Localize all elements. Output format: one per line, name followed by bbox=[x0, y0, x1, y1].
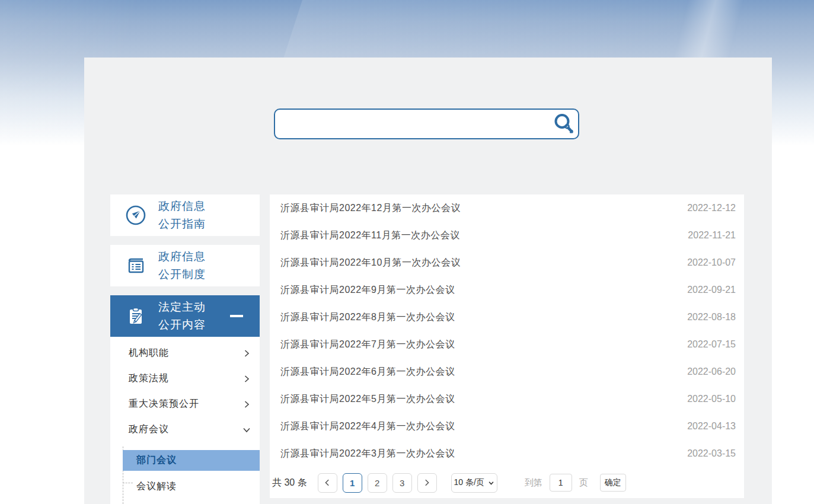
search-icon bbox=[552, 112, 576, 136]
list-item-title[interactable]: 沂源县审计局2022年12月第一次办公会议 bbox=[280, 202, 461, 215]
goto-page-input[interactable] bbox=[550, 474, 572, 492]
sidebar-item-label: 法定主动 公开内容 bbox=[158, 298, 206, 334]
chevron-right-icon bbox=[242, 400, 251, 409]
list-item: 沂源县审计局2022年5月第一次办公会议 2022-05-10 bbox=[270, 385, 744, 413]
compass-icon bbox=[125, 204, 147, 227]
list-item-title[interactable]: 沂源县审计局2022年10月第一次办公会议 bbox=[280, 257, 461, 269]
list-item-date: 2022-07-15 bbox=[687, 339, 736, 350]
sidebar-item-label: 政府信息 公开指南 bbox=[158, 197, 206, 233]
search-box bbox=[274, 109, 579, 139]
chevron-right-icon bbox=[242, 374, 251, 384]
list-item-title[interactable]: 沂源县审计局2022年11月第一次办公会议 bbox=[280, 229, 460, 242]
list-item-title[interactable]: 沂源县审计局2022年3月第一次办公会议 bbox=[280, 448, 455, 460]
list-item: 沂源县审计局2022年12月第一次办公会议 2022-12-12 bbox=[270, 194, 744, 222]
collapse-minus-icon[interactable] bbox=[230, 315, 243, 317]
chevron-right-icon bbox=[423, 479, 431, 487]
chevron-left-icon bbox=[323, 479, 331, 487]
list-item: 沂源县审计局2022年4月第一次办公会议 2022-04-13 bbox=[270, 413, 744, 440]
sidebar-item-label: 政府信息 公开制度 bbox=[158, 248, 206, 283]
submenu-item-major-decisions[interactable]: 重大决策预公开 bbox=[110, 391, 260, 417]
sidebar: 政府信息 公开指南 政府信息 公开制度 bbox=[110, 194, 260, 504]
submenu-child-department-meetings[interactable]: 部门会议 bbox=[123, 450, 260, 471]
search-button[interactable] bbox=[550, 110, 578, 138]
pagination-bar: 共 30 条 1 2 3 10 条/页 到第 bbox=[270, 467, 744, 498]
news-list: 沂源县审计局2022年12月第一次办公会议 2022-12-12 沂源县审计局2… bbox=[270, 194, 744, 467]
sidebar-item-gov-info-guide[interactable]: 政府信息 公开指南 bbox=[110, 194, 260, 236]
list-item-title[interactable]: 沂源县审计局2022年9月第一次办公会议 bbox=[280, 284, 455, 296]
sidebar-item-statutory-disclosure[interactable]: 法定主动 公开内容 bbox=[110, 295, 260, 337]
content-area: 政府信息 公开指南 政府信息 公开制度 bbox=[84, 58, 772, 504]
list-item: 沂源县审计局2022年11月第一次办公会议 2022-11-21 bbox=[270, 222, 744, 249]
list-panel: 沂源县审计局2022年12月第一次办公会议 2022-12-12 沂源县审计局2… bbox=[270, 194, 744, 498]
list-item-date: 2022-06-20 bbox=[687, 366, 736, 377]
submenu-item-org-functions[interactable]: 机构职能 bbox=[110, 340, 260, 366]
list-item-date: 2022-05-10 bbox=[687, 394, 736, 404]
list-item: 沂源县审计局2022年7月第一次办公会议 2022-07-15 bbox=[270, 331, 744, 358]
confirm-button[interactable]: 确定 bbox=[600, 474, 626, 492]
list-item: 沂源县审计局2022年3月第一次办公会议 2022-03-15 bbox=[270, 440, 744, 467]
page-size-select[interactable]: 10 条/页 bbox=[451, 473, 497, 493]
chevron-right-icon bbox=[242, 349, 251, 358]
list-item-date: 2022-09-21 bbox=[687, 285, 736, 295]
list-item-date: 2022-11-21 bbox=[688, 230, 736, 241]
list-item-title[interactable]: 沂源县审计局2022年6月第一次办公会议 bbox=[280, 366, 455, 378]
search-input[interactable] bbox=[275, 110, 550, 138]
list-item-date: 2022-04-13 bbox=[687, 421, 736, 432]
goto-page-group: 到第 页 确定 bbox=[525, 474, 626, 492]
list-item-date: 2022-10-07 bbox=[687, 257, 736, 268]
prev-page-button[interactable] bbox=[318, 473, 337, 493]
list-item-title[interactable]: 沂源县审计局2022年4月第一次办公会议 bbox=[280, 420, 455, 433]
chevron-down-icon bbox=[242, 425, 251, 435]
clipboard-icon bbox=[125, 305, 147, 327]
list-item-title[interactable]: 沂源县审计局2022年5月第一次办公会议 bbox=[280, 393, 455, 406]
list-item-title[interactable]: 沂源县审计局2022年8月第一次办公会议 bbox=[280, 311, 455, 324]
page-button-3[interactable]: 3 bbox=[392, 473, 412, 493]
sidebar-item-gov-info-system[interactable]: 政府信息 公开制度 bbox=[110, 245, 260, 286]
chevron-down-icon bbox=[488, 480, 494, 486]
total-count-label: 共 30 条 bbox=[272, 477, 307, 489]
list-item-date: 2022-12-12 bbox=[687, 203, 736, 213]
goto-label: 到第 bbox=[525, 477, 542, 489]
goto-unit-label: 页 bbox=[579, 477, 588, 489]
list-item-date: 2022-08-18 bbox=[687, 312, 736, 323]
sidebar-submenu: 机构职能 政策法规 重大决策预公开 政府会议 bbox=[110, 337, 260, 504]
book-icon bbox=[125, 254, 147, 277]
submenu-child-meeting-interpretation[interactable]: 会议解读 bbox=[123, 474, 260, 498]
next-page-button[interactable] bbox=[417, 473, 437, 493]
list-item-title[interactable]: 沂源县审计局2022年7月第一次办公会议 bbox=[280, 339, 455, 351]
list-item: 沂源县审计局2022年6月第一次办公会议 2022-06-20 bbox=[270, 358, 744, 385]
page-button-2[interactable]: 2 bbox=[368, 473, 387, 493]
submenu-item-gov-meetings[interactable]: 政府会议 bbox=[110, 417, 260, 442]
list-item-date: 2022-03-15 bbox=[687, 448, 736, 459]
submenu-item-policies[interactable]: 政策法规 bbox=[110, 366, 260, 391]
list-item: 沂源县审计局2022年9月第一次办公会议 2022-09-21 bbox=[270, 276, 744, 304]
list-item: 沂源县审计局2022年8月第一次办公会议 2022-08-18 bbox=[270, 304, 744, 331]
list-item: 沂源县审计局2022年10月第一次办公会议 2022-10-07 bbox=[270, 249, 744, 276]
page-button-1[interactable]: 1 bbox=[343, 473, 362, 493]
